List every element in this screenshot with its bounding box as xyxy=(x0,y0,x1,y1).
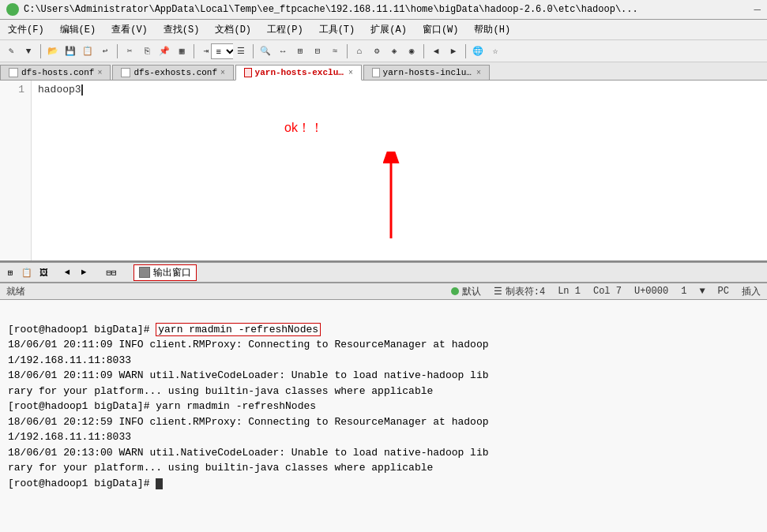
toolbar-align[interactable]: ☰ xyxy=(233,43,249,59)
toolbar-btn9[interactable]: ◈ xyxy=(386,43,402,59)
toolbar-sep-3 xyxy=(194,44,194,58)
status-bar: 就绪 默认 ☰ 制表符:4 Ln 1 Col 7 U+0000 1 ▼ PC 插… xyxy=(0,283,767,300)
toolbar-btn7[interactable]: ⌂ xyxy=(352,43,367,59)
arrow-svg xyxy=(371,152,411,246)
terminal-line-2: 18/06/01 20:11:09 INFO client.RMProxy: C… xyxy=(8,337,759,353)
tab-close-yarn-exclude[interactable]: × xyxy=(348,69,353,77)
toolbar-format[interactable]: ▦ xyxy=(174,43,190,59)
line-numbers: 1 xyxy=(0,81,32,260)
panel-btn-5[interactable]: ► xyxy=(77,265,91,279)
tab-icon-dfs-hosts xyxy=(9,68,18,77)
title-path: C:\Users\Administrator\AppData\Local\Tem… xyxy=(24,4,638,15)
bottom-section: ⊞ 📋 🖼 ◄ ► ⊟⊟ 输出窗口 就绪 默认 ☰ 制表符:4 xyxy=(0,262,767,532)
ok-text: ok！！ xyxy=(284,121,323,134)
tab-dfs-exhosts[interactable]: dfs-exhosts.conf × xyxy=(112,65,234,80)
code-area[interactable]: hadoop3 ok！！ xyxy=(32,81,767,260)
tab-dfs-hosts[interactable]: dfs-hosts.conf × xyxy=(0,65,111,80)
menu-help[interactable]: 帮助(H) xyxy=(471,22,513,37)
output-window-label[interactable]: 输出窗口 xyxy=(133,264,197,281)
toolbar-replace[interactable]: ↔ xyxy=(275,43,291,59)
toolbar-find[interactable]: 🔍 xyxy=(258,43,273,59)
panel-btn-nav1[interactable]: ⊟⊟ xyxy=(100,265,122,279)
terminal-line-1: [root@hadoop1 bigData]# yarn rmadmin -re… xyxy=(8,322,759,338)
toolbar-btn10[interactable]: ◉ xyxy=(404,43,419,59)
menu-doc[interactable]: 文档(D) xyxy=(212,22,254,37)
terminal-line-10: rary for your platform... using builtin-… xyxy=(8,460,759,476)
menu-bar: 文件(F) 编辑(E) 查看(V) 查找(S) 文档(D) 工程(P) 工具(T… xyxy=(0,20,767,40)
terminal-line-7: 18/06/01 20:12:59 INFO client.RMProxy: C… xyxy=(8,414,759,430)
editor-area: 1 hadoop3 ok！！ xyxy=(0,81,767,262)
toolbar-cut[interactable]: ✂ xyxy=(122,43,137,59)
toolbar-btn5[interactable]: ⊟ xyxy=(310,43,325,59)
red-arrow xyxy=(371,152,411,249)
toolbar-btn12[interactable]: ▶ xyxy=(446,43,461,59)
code-text: hadoop3 xyxy=(38,84,81,96)
tab-yarn-exclude[interactable]: yarn-hosts-exclude.conf × xyxy=(235,65,362,81)
terminal-line-11: [root@hadoop1 bigData]# xyxy=(8,476,759,492)
toolbar-new[interactable]: ✎ xyxy=(3,43,19,59)
toolbar-sep-2 xyxy=(117,44,118,58)
tab-label-yarn-include: yarn-hosts-include.conf xyxy=(383,68,473,77)
menu-edit[interactable]: 编辑(E) xyxy=(57,22,100,37)
tab-width-label: 制表符:4 xyxy=(506,285,545,298)
status-unicode: U+0000 xyxy=(634,286,668,297)
toolbar: ✎ ▼ 📂 💾 📋 ↩ ✂ ⎘ 📌 ▦ ⇥ ≡ ☰ 🔍 ↔ ⊞ ⊟ ≈ ⌂ ⚙ … xyxy=(0,40,767,62)
tab-bar: dfs-hosts.conf × dfs-exhosts.conf × yarn… xyxy=(0,62,767,81)
ok-annotation: ok！！ xyxy=(284,120,323,137)
menu-window[interactable]: 窗口(W) xyxy=(419,22,462,37)
menu-project[interactable]: 工程(P) xyxy=(264,22,306,37)
output-label-text: 输出窗口 xyxy=(153,266,191,279)
status-col: Col 7 xyxy=(593,286,622,297)
toolbar-paste[interactable]: 📌 xyxy=(156,43,172,59)
toolbar-sep-4 xyxy=(253,44,254,58)
toolbar-btn4[interactable]: ⊞ xyxy=(292,43,308,59)
tab-icon-yarn-include xyxy=(372,68,380,77)
terminal-line-6: [root@hadoop1 bigData]# yarn rmadmin -re… xyxy=(8,399,759,414)
status-dropdown[interactable]: ▼ xyxy=(699,286,705,297)
terminal-area[interactable]: [root@hadoop1 bigData]# yarn rmadmin -re… xyxy=(0,300,767,532)
menu-expand[interactable]: 扩展(A) xyxy=(367,22,410,37)
terminal-line-blank xyxy=(8,306,759,322)
toolbar-sep-6 xyxy=(423,44,424,58)
status-ready: 就绪 xyxy=(6,285,438,298)
menu-file[interactable]: 文件(F) xyxy=(5,22,47,37)
toolbar-down-arrow[interactable]: ▼ xyxy=(21,43,36,59)
terminal-line-4: 18/06/01 20:11:09 WARN util.NativeCodeLo… xyxy=(8,368,759,384)
tab-label-dfs-exhosts: dfs-exhosts.conf xyxy=(133,68,217,77)
toolbar-undo[interactable]: ↩ xyxy=(97,43,113,59)
toolbar-btn11[interactable]: ◀ xyxy=(428,43,444,59)
menu-tools[interactable]: 工具(T) xyxy=(316,22,359,37)
tab-close-yarn-include[interactable]: × xyxy=(476,69,481,77)
panel-toolbar: ⊞ 📋 🖼 ◄ ► ⊟⊟ 输出窗口 xyxy=(0,262,767,283)
encoding-label: 默认 xyxy=(462,285,481,298)
status-tab: ☰ 制表符:4 xyxy=(494,285,545,298)
minimize-button[interactable]: — xyxy=(754,3,761,16)
line-number-1: 1 xyxy=(18,84,24,96)
toolbar-btn6[interactable]: ≈ xyxy=(327,43,343,59)
tab-yarn-include[interactable]: yarn-hosts-include.conf × xyxy=(363,65,490,80)
terminal-line-3: 1/192.168.11.11:8033 xyxy=(8,353,759,369)
main-window: C:\Users\Administrator\AppData\Local\Tem… xyxy=(0,0,767,532)
terminal-cursor xyxy=(156,478,163,489)
panel-btn-2[interactable]: 📋 xyxy=(20,265,34,279)
toolbar-btn3[interactable]: 📋 xyxy=(80,43,96,59)
tab-icon-dfs-exhosts xyxy=(121,68,130,77)
panel-btn-4[interactable]: ◄ xyxy=(60,265,74,279)
toolbar-open[interactable]: 📂 xyxy=(45,43,61,59)
toolbar-browser[interactable]: 🌐 xyxy=(470,43,486,59)
title-bar: C:\Users\Administrator\AppData\Local\Tem… xyxy=(0,0,767,20)
toolbar-btn13[interactable]: ☆ xyxy=(487,43,503,59)
toolbar-save[interactable]: 💾 xyxy=(62,43,78,59)
panel-btn-3[interactable]: 🖼 xyxy=(36,265,51,279)
code-line-1: hadoop3 xyxy=(38,84,83,96)
menu-search[interactable]: 查找(S) xyxy=(160,22,203,37)
output-icon xyxy=(139,267,150,278)
status-line: Ln 1 xyxy=(558,286,581,297)
toolbar-btn8[interactable]: ⚙ xyxy=(369,43,385,59)
toolbar-dropdown[interactable]: ≡ xyxy=(216,43,231,59)
tab-close-dfs-hosts[interactable]: × xyxy=(97,69,102,77)
menu-view[interactable]: 查看(V) xyxy=(108,22,151,37)
tab-close-dfs-exhosts[interactable]: × xyxy=(220,69,225,77)
panel-btn-1[interactable]: ⊞ xyxy=(3,265,17,279)
toolbar-copy[interactable]: ⎘ xyxy=(139,43,155,59)
